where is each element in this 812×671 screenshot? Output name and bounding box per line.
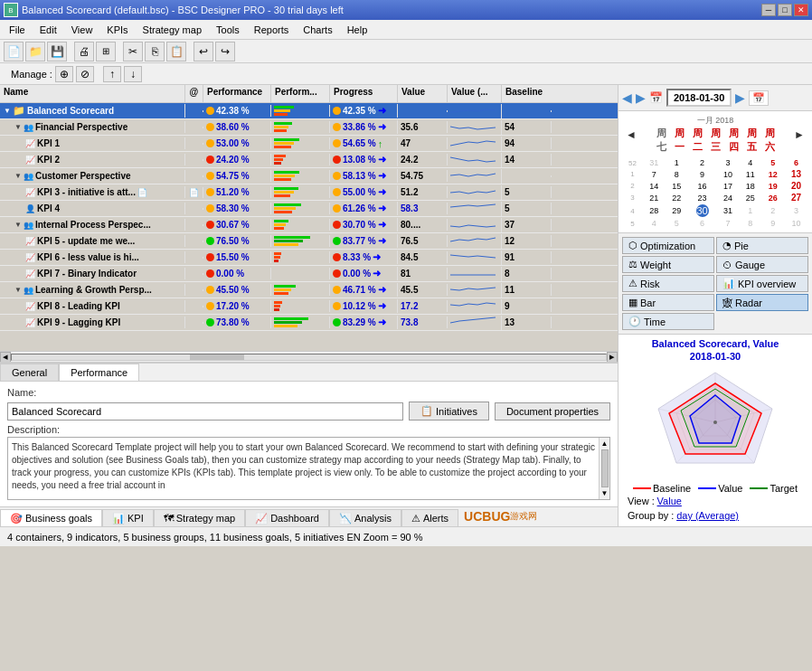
expander-icon[interactable]: ▼ — [14, 123, 22, 131]
weight-btn[interactable]: ⚖ Weight — [622, 256, 714, 273]
tab-analysis[interactable]: 📉 Analysis — [329, 509, 401, 526]
scroll-left-btn[interactable]: ◂ — [0, 352, 11, 363]
menu-kpis[interactable]: KPIs — [99, 21, 135, 39]
menu-file[interactable]: File — [2, 21, 33, 39]
table-row[interactable]: ▼📁 Balanced Scorecard 42.38 % 42.35 % ➜ — [0, 103, 618, 119]
redo-btn[interactable]: ↪ — [215, 42, 235, 61]
desc-scrollbar[interactable]: ▲ ▼ — [599, 438, 609, 499]
tab-alerts[interactable]: ⚠ Alerts — [401, 509, 458, 526]
table-row[interactable]: 👤 KPI 4 58.30 % 61.26 % ➜ 58.3 5 — [0, 201, 618, 217]
cal-day[interactable]: 23 — [688, 192, 717, 203]
cal-day[interactable]: 1 — [666, 157, 688, 168]
gauge-btn[interactable]: ⏲ Gauge — [716, 256, 808, 273]
cal-day[interactable]: 24 — [717, 192, 740, 203]
cal-day[interactable]: 20 — [784, 180, 808, 192]
cal-day[interactable]: 10 — [717, 168, 740, 180]
cal-day[interactable]: 29 — [666, 203, 688, 218]
close-button[interactable]: ✕ — [794, 4, 808, 16]
cal-day[interactable]: 17 — [717, 180, 740, 192]
manage-btn4[interactable]: ↓ — [124, 66, 142, 82]
restore-button[interactable]: □ — [778, 4, 792, 16]
manage-btn1[interactable]: ⊕ — [55, 66, 73, 82]
cal-nav-icon[interactable]: ◀ — [622, 90, 632, 105]
cal-prev-btn[interactable]: ◄ — [622, 128, 640, 141]
menu-tools[interactable]: Tools — [209, 21, 247, 39]
cal-day[interactable]: 2 — [761, 203, 784, 218]
table-row[interactable]: ▼👥 Learning & Growth Persp... 45.50 % 46… — [0, 282, 618, 298]
cal-day[interactable]: 3 — [784, 203, 808, 218]
cal-day[interactable]: 31 — [643, 157, 666, 168]
menu-help[interactable]: Help — [340, 21, 375, 39]
cal-day[interactable]: 7 — [717, 218, 740, 229]
scroll-thumb[interactable] — [190, 354, 244, 360]
cal-day[interactable]: 15 — [666, 180, 688, 192]
cal-day[interactable]: 16 — [688, 180, 717, 192]
cal-day[interactable]: 5 — [666, 218, 688, 229]
cal-day[interactable]: 4 — [739, 157, 761, 168]
cal-day[interactable]: 6 — [784, 157, 808, 168]
doc-properties-btn[interactable]: Document properties — [495, 402, 610, 421]
tab-kpi[interactable]: 📊 KPI — [102, 509, 154, 526]
table-row[interactable]: ▼👥 Internal Process Perspec... 30.67 % 3… — [0, 217, 618, 233]
menu-reports[interactable]: Reports — [247, 21, 297, 39]
expander-icon[interactable]: ▼ — [4, 107, 11, 115]
scroll-track[interactable] — [11, 354, 607, 361]
cal-day[interactable]: 13 — [784, 168, 808, 180]
save-btn[interactable]: 💾 — [47, 42, 67, 61]
optimization-btn[interactable]: ⬡ Optimization — [622, 237, 714, 254]
tab-performance[interactable]: Performance — [59, 364, 139, 381]
table-row[interactable]: 📈 KPI 7 - Binary Indicator 0.00 % 0.00 %… — [0, 266, 618, 282]
radar-btn[interactable]: 🕸 Radar — [716, 294, 808, 311]
tab-business-goals[interactable]: 🎯 Business goals — [0, 509, 102, 526]
pie-btn[interactable]: ◔ Pie — [716, 237, 808, 254]
calendar-icon[interactable]: 📅 — [649, 91, 663, 104]
table-row[interactable]: ▼👥 Customer Perspective 54.75 % 58.13 % … — [0, 168, 618, 184]
expander-icon[interactable]: ▼ — [14, 172, 22, 180]
cal-day[interactable]: 2 — [688, 157, 717, 168]
copy-btn[interactable]: ⎘ — [145, 42, 165, 61]
cal-day[interactable]: 25 — [739, 192, 761, 203]
cal-day[interactable]: 27 — [784, 192, 808, 203]
cut-btn[interactable]: ✂ — [123, 42, 143, 61]
cal-day[interactable]: 28 — [643, 203, 666, 218]
table-row[interactable]: 📈 KPI 5 - update me we... 76.50 % 83.77 … — [0, 233, 618, 250]
view-value-link[interactable]: Value — [657, 496, 682, 506]
table-row[interactable]: ▼👥 Financial Perspective 38.60 % 33.86 %… — [0, 119, 618, 136]
manage-btn3[interactable]: ↑ — [103, 66, 121, 82]
cal-day[interactable]: 14 — [643, 180, 666, 192]
tab-dashboard[interactable]: 📈 Dashboard — [245, 509, 329, 526]
cal-day[interactable]: 7 — [643, 168, 666, 180]
menu-view[interactable]: View — [64, 21, 100, 39]
new-btn[interactable]: 📄 — [4, 42, 24, 61]
table-row[interactable]: 📈 KPI 1 53.00 % 54.65 % ↑ 47 94 — [0, 136, 618, 152]
table-row[interactable]: 📈 KPI 6 - less value is hi... 15.50 % 8.… — [0, 250, 618, 266]
tab-strategy-map[interactable]: 🗺 Strategy map — [154, 509, 245, 526]
initiatives-btn[interactable]: 📋 Initiatives — [409, 402, 489, 421]
menu-edit[interactable]: Edit — [33, 21, 64, 39]
cal-day[interactable]: 22 — [666, 192, 688, 203]
date-display[interactable]: 2018-01-30 — [666, 89, 732, 107]
desc-scroll-down[interactable]: ▼ — [601, 489, 609, 497]
open-btn[interactable]: 📁 — [25, 42, 45, 61]
cal-day[interactable]: 10 — [784, 218, 808, 229]
table-body[interactable]: ▼📁 Balanced Scorecard 42.38 % 42.35 % ➜ … — [0, 103, 618, 351]
name-input[interactable] — [7, 402, 403, 421]
cal-day[interactable]: 12 — [761, 168, 784, 180]
minimize-button[interactable]: ─ — [761, 4, 776, 16]
table-row[interactable]: 📈 KPI 2 24.20 % 13.08 % ➜ 24.2 14 — [0, 152, 618, 168]
menu-strategy-map[interactable]: Strategy map — [136, 21, 209, 39]
cal-day[interactable]: 3 — [717, 157, 740, 168]
cal-nav-icon2[interactable]: ▶ — [636, 90, 646, 105]
time-btn[interactable]: 🕐 Time — [622, 313, 714, 330]
table-row[interactable]: 📈 KPI 3 - initiative is att... 📄 📄 51.20… — [0, 184, 618, 201]
cal-day[interactable]: 8 — [739, 218, 761, 229]
desc-scroll-up[interactable]: ▲ — [601, 439, 609, 448]
cal-day[interactable]: 21 — [643, 192, 666, 203]
cal-day[interactable]: 5 — [761, 157, 784, 168]
tab-general[interactable]: General — [0, 364, 59, 381]
cal-day[interactable]: 18 — [739, 180, 761, 192]
table-row[interactable]: 📈 KPI 8 - Leading KPI 17.20 % 10.12 % ➜ … — [0, 298, 618, 315]
today-btn[interactable]: 📅 — [749, 90, 769, 106]
menu-charts[interactable]: Charts — [296, 21, 339, 39]
cal-day[interactable]: 9 — [761, 218, 784, 229]
